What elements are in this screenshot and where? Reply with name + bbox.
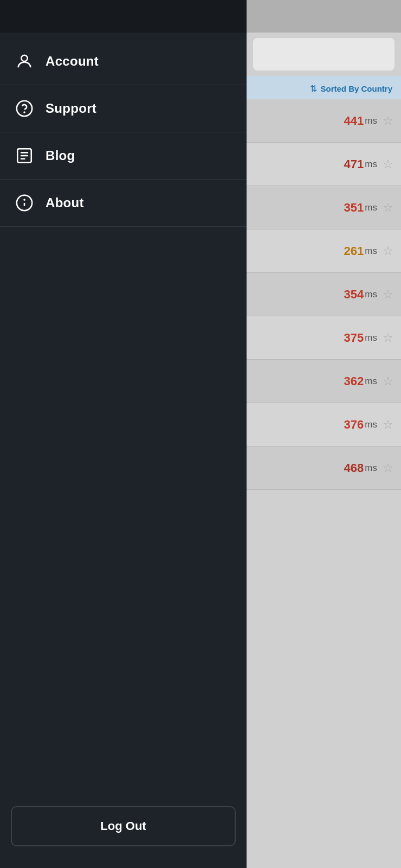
sidebar-drawer: Account Support	[0, 0, 247, 868]
server-rows: 441ms☆471ms☆351ms☆261ms☆354ms☆375ms☆362m…	[247, 99, 401, 490]
ping-ms: ms	[365, 159, 377, 170]
svg-point-1	[21, 55, 27, 61]
favorite-star-icon[interactable]: ☆	[383, 331, 393, 345]
account-label: Account	[46, 54, 99, 69]
favorite-star-icon[interactable]: ☆	[383, 288, 393, 302]
ping-ms: ms	[365, 246, 377, 257]
sort-icon: ⇅	[310, 84, 317, 94]
favorite-star-icon[interactable]: ☆	[383, 157, 393, 171]
support-label: Support	[46, 101, 96, 116]
blog-label: Blog	[46, 148, 75, 163]
sort-header[interactable]: ⇅ Sorted By Country	[247, 76, 401, 99]
sidebar-item-blog[interactable]: Blog	[0, 132, 247, 180]
server-list-panel: ⇅ Sorted By Country 441ms☆471ms☆351ms☆26…	[247, 0, 401, 868]
favorite-star-icon[interactable]: ☆	[383, 461, 393, 475]
support-icon	[13, 97, 36, 120]
ping-value: 468	[344, 461, 364, 475]
sidebar-item-support[interactable]: Support	[0, 85, 247, 132]
server-row[interactable]: 441ms☆	[247, 99, 401, 143]
ping-value: 441	[344, 114, 364, 128]
server-row[interactable]: 468ms☆	[247, 446, 401, 490]
about-icon	[13, 192, 36, 214]
search-box[interactable]	[253, 38, 394, 71]
server-row[interactable]: 354ms☆	[247, 273, 401, 316]
server-row[interactable]: 261ms☆	[247, 229, 401, 273]
sidebar-item-about[interactable]: About	[0, 180, 247, 227]
favorite-star-icon[interactable]: ☆	[383, 201, 393, 215]
sort-label: Sorted By Country	[320, 84, 392, 93]
favorite-star-icon[interactable]: ☆	[383, 418, 393, 432]
ping-ms: ms	[365, 463, 377, 474]
ping-ms: ms	[365, 289, 377, 300]
ping-value: 376	[344, 418, 364, 432]
top-bar	[247, 0, 401, 33]
ping-value: 362	[344, 374, 364, 388]
server-row[interactable]: 362ms☆	[247, 360, 401, 403]
favorite-star-icon[interactable]: ☆	[383, 114, 393, 128]
ping-ms: ms	[365, 419, 377, 430]
logout-button[interactable]: Log Out	[11, 806, 236, 846]
menu-items: Account Support	[0, 33, 247, 795]
ping-ms: ms	[365, 333, 377, 343]
sidebar-top-bar	[0, 0, 247, 33]
server-row[interactable]: 351ms☆	[247, 186, 401, 229]
server-row[interactable]: 471ms☆	[247, 143, 401, 186]
ping-value: 351	[344, 201, 364, 215]
sidebar-bottom: Log Out	[0, 795, 247, 868]
favorite-star-icon[interactable]: ☆	[383, 244, 393, 258]
ping-ms: ms	[365, 202, 377, 213]
sidebar-item-account[interactable]: Account	[0, 38, 247, 85]
ping-ms: ms	[365, 116, 377, 126]
server-row[interactable]: 376ms☆	[247, 403, 401, 446]
favorite-star-icon[interactable]: ☆	[383, 374, 393, 388]
ping-ms: ms	[365, 376, 377, 387]
account-icon	[13, 50, 36, 73]
svg-point-2	[17, 101, 32, 116]
about-label: About	[46, 195, 84, 210]
ping-value: 471	[344, 157, 364, 171]
blog-icon	[13, 144, 36, 167]
ping-value: 375	[344, 331, 364, 345]
server-row[interactable]: 375ms☆	[247, 316, 401, 360]
ping-value: 354	[344, 288, 364, 302]
ping-value: 261	[344, 244, 364, 258]
